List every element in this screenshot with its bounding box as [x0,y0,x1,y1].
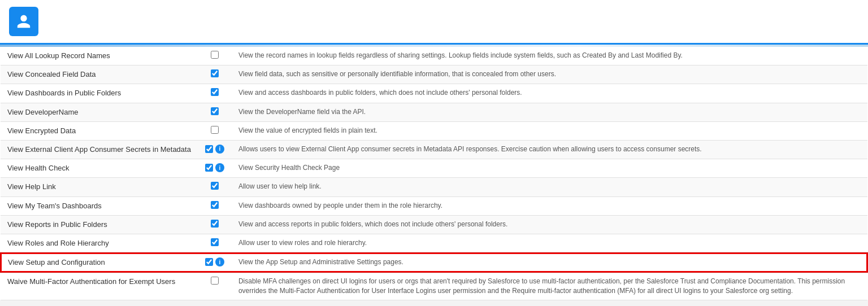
table-row: View My Team's DashboardsView dashboards… [1,196,867,215]
permissions-table: View All Lookup Record NamesView the rec… [0,47,868,300]
permission-checkbox-cell[interactable] [198,215,232,234]
permission-checkbox-cell[interactable] [198,65,232,84]
permission-checkbox[interactable] [211,220,219,228]
permission-name: View Reports in Public Folders [1,215,198,234]
permission-checkbox[interactable] [205,258,213,266]
permission-name: View Concealed Field Data [1,65,198,84]
permission-description: View the DeveloperName field via the API… [232,103,867,121]
permission-description: View Security Health Check Page [232,159,867,178]
permission-name: View Roles and Role Hierarchy [1,234,198,253]
page-header [0,0,868,45]
table-row: View Setup and ConfigurationiView the Ap… [1,253,867,272]
permission-description: View field data, such as sensitive or pe… [232,65,867,84]
permission-checkbox[interactable] [211,69,219,77]
table-row: View External Client App Consumer Secret… [1,140,867,159]
table-row: View Roles and Role HierarchyAllow user … [1,234,867,253]
permission-name: View Help Link [1,178,198,196]
permission-description: Allow user to view roles and role hierar… [232,234,867,253]
table-row: View All Lookup Record NamesView the rec… [1,47,867,65]
permission-checkbox[interactable] [211,277,219,285]
table-row: View Concealed Field DataView field data… [1,65,867,84]
table-row: View Dashboards in Public FoldersView an… [1,84,867,103]
table-row: View Health CheckiView Security Health C… [1,159,867,178]
user-icon [16,14,32,29]
permission-checkbox-cell[interactable]: i [198,140,232,159]
table-row: View DeveloperNameView the DeveloperName… [1,103,867,121]
header-icon [9,7,38,36]
permission-description: View the record names in lookup fields r… [232,47,867,65]
permission-checkbox-cell[interactable]: i [198,159,232,178]
permission-description: View dashboards owned by people under th… [232,196,867,215]
permission-description: Allow user to view help link. [232,178,867,196]
permission-checkbox[interactable] [205,145,213,153]
permission-name: View Health Check [1,159,198,178]
permission-description: View the value of encrypted fields in pl… [232,121,867,140]
permission-name: Waive Multi-Factor Authentication for Ex… [1,272,198,300]
permission-checkbox-cell[interactable] [198,272,232,300]
table-row: Waive Multi-Factor Authentication for Ex… [1,272,867,300]
permission-name: View Setup and Configuration [1,253,198,272]
permission-checkbox-cell[interactable] [198,234,232,253]
permission-description: Disable MFA challenges on direct UI logi… [232,272,867,300]
permission-checkbox-cell[interactable] [198,84,232,103]
permission-checkbox-cell[interactable] [198,121,232,140]
permission-checkbox[interactable] [211,182,219,190]
table-row: View Encrypted DataView the value of enc… [1,121,867,140]
permission-name: View External Client App Consumer Secret… [1,140,198,159]
permission-checkbox[interactable] [205,164,213,172]
permission-checkbox[interactable] [211,88,219,96]
permission-description: View the App Setup and Administrative Se… [232,253,867,272]
permission-checkbox[interactable] [211,201,219,209]
info-button[interactable]: i [215,257,224,266]
permission-name: View Dashboards in Public Folders [1,84,198,103]
table-row: View Reports in Public FoldersView and a… [1,215,867,234]
permission-description: Allows users to view External Client App… [232,140,867,159]
permission-name: View My Team's Dashboards [1,196,198,215]
permission-description: View and access reports in public folder… [232,215,867,234]
table-row: View Help LinkAllow user to view help li… [1,178,867,196]
permission-checkbox[interactable] [211,51,219,59]
permission-checkbox[interactable] [211,107,219,115]
info-button[interactable]: i [215,163,224,172]
permission-checkbox-cell[interactable] [198,196,232,215]
permission-checkbox-cell[interactable]: i [198,253,232,272]
permission-name: View All Lookup Record Names [1,47,198,65]
permission-checkbox[interactable] [211,238,219,246]
permission-name: View DeveloperName [1,103,198,121]
permission-name: View Encrypted Data [1,121,198,140]
permission-description: View and access dashboards in public fol… [232,84,867,103]
permission-checkbox-cell[interactable] [198,103,232,121]
info-button[interactable]: i [215,145,224,154]
permission-checkbox[interactable] [211,126,219,134]
permission-checkbox-cell[interactable] [198,47,232,65]
permission-checkbox-cell[interactable] [198,178,232,196]
